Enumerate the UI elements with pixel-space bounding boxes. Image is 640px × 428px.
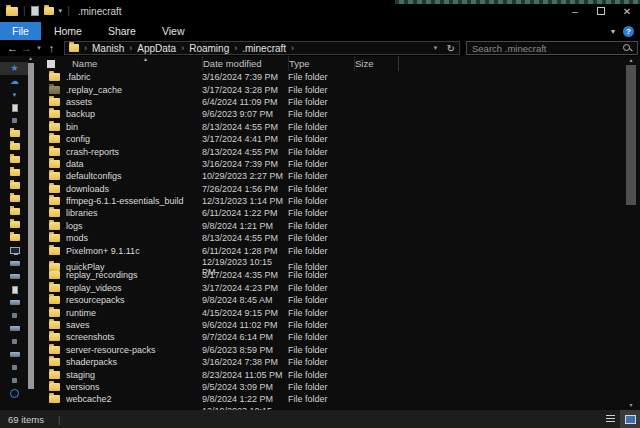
- sidebar-scroll-up-icon[interactable]: ▴: [26, 54, 35, 61]
- table-row[interactable]: screenshots 9/7/2024 6:14 PM File folder: [36, 331, 621, 343]
- sidebar-tree-item[interactable]: [0, 205, 29, 218]
- breadcrumb-segment-appdata[interactable]: AppData: [137, 43, 176, 54]
- tab-home[interactable]: Home: [41, 22, 95, 40]
- up-button[interactable]: ↑: [45, 42, 58, 54]
- minimize-ribbon-chevron-icon[interactable]: ▾: [611, 27, 615, 36]
- sidebar-tree-item[interactable]: [0, 335, 29, 348]
- file-name: runtime: [66, 308, 202, 318]
- sidebar-tree-item[interactable]: [0, 192, 29, 205]
- table-row[interactable]: logs 9/8/2024 1:21 PM File folder: [36, 220, 621, 232]
- sidebar-tree-item[interactable]: ★: [0, 62, 29, 75]
- table-row[interactable]: libraries 6/11/2024 1:22 PM File folder: [36, 207, 621, 219]
- forward-button[interactable]: →: [20, 42, 33, 54]
- sidebar-tree-item[interactable]: [0, 296, 29, 309]
- tab-file[interactable]: File: [0, 22, 41, 40]
- sidebar-tree-item[interactable]: ▾: [0, 88, 29, 101]
- table-row[interactable]: assets 6/4/2024 11:09 PM File folder: [36, 96, 621, 108]
- table-row[interactable]: server-resource-packs 9/6/2023 8:59 PM F…: [36, 344, 621, 356]
- table-row[interactable]: bin 8/13/2024 4:55 PM File folder: [36, 121, 621, 133]
- column-header-type[interactable]: Type: [288, 56, 354, 71]
- table-row[interactable]: staging 8/23/2024 11:05 PM File folder: [36, 368, 621, 380]
- sidebar-tree-item[interactable]: [0, 361, 29, 374]
- sidebar-tree-item[interactable]: [0, 257, 29, 270]
- table-row[interactable]: replay_videos 3/17/2024 4:23 PM File fol…: [36, 282, 621, 294]
- column-headers: Name ▴ Date modified Type Size: [36, 56, 621, 71]
- vertical-scrollbar[interactable]: ▴ ▾: [621, 56, 640, 410]
- sidebar-tree-item[interactable]: [0, 322, 29, 335]
- table-row[interactable]: crash-reports 8/13/2024 4:55 PM File fol…: [36, 145, 621, 157]
- location-folder-icon: [69, 44, 79, 52]
- sidebar-tree-item[interactable]: [0, 374, 29, 387]
- help-icon[interactable]: ?: [623, 26, 634, 37]
- table-row[interactable]: mods 8/13/2024 4:55 PM File folder: [36, 232, 621, 244]
- sidebar-tree-item[interactable]: [0, 218, 29, 231]
- column-header-date-modified[interactable]: Date modified: [202, 56, 288, 71]
- quick-access-customize-chevron-icon[interactable]: ▾: [59, 7, 63, 15]
- back-button[interactable]: ←: [6, 42, 19, 54]
- sidebar-tree-item[interactable]: [0, 270, 29, 283]
- table-row[interactable]: config 3/17/2024 4:41 PM File folder: [36, 133, 621, 145]
- sidebar-tree-item[interactable]: [0, 244, 29, 257]
- breadcrumb[interactable]: › Manish › AppData › Roaming › .minecraf…: [64, 41, 460, 55]
- sidebar-tree-item[interactable]: [0, 153, 29, 166]
- search-icon[interactable]: [623, 44, 632, 53]
- refresh-icon[interactable]: ↻: [447, 43, 455, 54]
- breadcrumb-segment-manish[interactable]: Manish: [92, 43, 124, 54]
- recent-locations-chevron-icon[interactable]: ▾: [34, 44, 44, 52]
- table-row[interactable]: defaultconfigs 10/29/2023 2:27 PM File f…: [36, 170, 621, 182]
- column-header-size[interactable]: Size: [354, 56, 398, 71]
- sidebar-tree-item[interactable]: ☁: [0, 75, 29, 88]
- table-row[interactable]: runtime 4/15/2024 9:15 PM File folder: [36, 306, 621, 318]
- breadcrumb-segment-minecraft[interactable]: .minecraft: [242, 43, 286, 54]
- sidebar-scrollbar-thumb[interactable]: [28, 63, 34, 389]
- folder-icon: [49, 73, 60, 81]
- sidebar-tree-item[interactable]: [0, 387, 29, 400]
- search-input[interactable]: Search .minecraft: [466, 41, 638, 55]
- table-row[interactable]: ffmpeg-6.1.1-essentials_build 12/31/2023…: [36, 195, 621, 207]
- scrollbar-thumb[interactable]: [626, 65, 636, 205]
- sidebar-tree-item[interactable]: [0, 101, 29, 114]
- sidebar-tree-item[interactable]: [0, 114, 29, 127]
- scroll-up-icon[interactable]: ▴: [625, 56, 637, 63]
- tab-share[interactable]: Share: [95, 22, 149, 40]
- quick-access-properties-icon[interactable]: [31, 6, 39, 16]
- table-row[interactable]: shaderpacks 3/16/2024 7:38 PM File folde…: [36, 356, 621, 368]
- thumbnails-view-button[interactable]: [620, 410, 640, 428]
- table-row[interactable]: replay_recordings 3/17/2024 4:35 PM File…: [36, 269, 621, 281]
- table-row[interactable]: backup 9/6/2023 9:07 PM File folder: [36, 108, 621, 120]
- folder-icon: [49, 197, 60, 205]
- sidebar-tree-item[interactable]: [0, 309, 29, 322]
- table-row[interactable]: .fabric 3/16/2024 7:39 PM File folder: [36, 71, 621, 83]
- scroll-down-icon[interactable]: ▾: [625, 401, 637, 408]
- file-date-modified: 9/8/2024 1:21 PM: [202, 221, 288, 231]
- tree-folder-icon: [10, 221, 20, 228]
- sidebar-tree-item[interactable]: [0, 140, 29, 153]
- sidebar-tree-item[interactable]: [0, 166, 29, 179]
- column-header-name[interactable]: Name ▴: [66, 56, 202, 71]
- table-row[interactable]: versions 9/5/2024 3:09 PM File folder: [36, 381, 621, 393]
- table-row[interactable]: .replay_cache 3/17/2024 3:28 PM File fol…: [36, 83, 621, 95]
- quick-access-new-folder-icon[interactable]: [44, 7, 54, 15]
- sidebar-tree-item[interactable]: [0, 231, 29, 244]
- sidebar-tree-item[interactable]: [0, 179, 29, 192]
- sidebar-scrollbar[interactable]: ▴: [28, 56, 35, 390]
- table-row[interactable]: quickPlay 12/19/2023 10:15 PM File folde…: [36, 257, 621, 269]
- address-history-chevron-icon[interactable]: ▾: [431, 44, 441, 52]
- sidebar-tree-item[interactable]: [0, 127, 29, 140]
- table-row[interactable]: resourcepacks 9/8/2024 8:45 AM File fold…: [36, 294, 621, 306]
- tab-view[interactable]: View: [149, 22, 198, 40]
- table-row[interactable]: downloads 7/26/2024 1:56 PM File folder: [36, 183, 621, 195]
- table-row[interactable]: webcache2 9/8/2024 1:22 PM File folder: [36, 393, 621, 405]
- table-row[interactable]: saves 9/6/2024 11:02 PM File folder: [36, 319, 621, 331]
- sidebar-tree-item[interactable]: [0, 283, 29, 296]
- breadcrumb-segment-roaming[interactable]: Roaming: [189, 43, 229, 54]
- folder-icon: [49, 172, 60, 180]
- details-view-button[interactable]: [600, 410, 620, 428]
- table-row[interactable]: Pixelmon+ 9.1.11c 6/11/2024 1:28 PM File…: [36, 244, 621, 256]
- sidebar-tree-item[interactable]: [0, 348, 29, 361]
- this-pc-icon: [10, 247, 20, 254]
- table-row[interactable]: data 3/16/2024 7:39 PM File folder: [36, 158, 621, 170]
- select-all-checkbox[interactable]: [36, 56, 66, 71]
- file-date-modified: 8/13/2024 4:55 PM: [202, 122, 288, 132]
- file-type: File folder: [288, 283, 354, 293]
